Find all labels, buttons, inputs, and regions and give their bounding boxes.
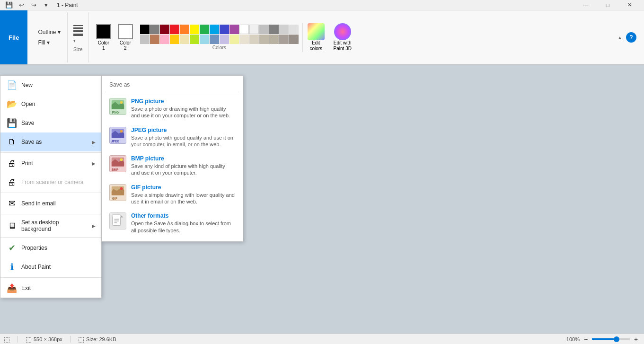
edit-paint3d-button[interactable]: Edit withPaint 3D	[329, 21, 356, 54]
title-bar-left: 💾 ↩ ↪ ▾ 1 - Paint	[4, 0, 78, 10]
minimize-button[interactable]: —	[575, 0, 597, 10]
menu-item-desktop[interactable]: 🖥 Set as desktop background ▶	[0, 215, 101, 236]
menu-item-save[interactable]: 💾 Save	[0, 114, 101, 132]
undo-icon[interactable]: ↩	[16, 0, 26, 10]
size-button[interactable]: ▾	[71, 23, 85, 45]
swatch-gray2[interactable]	[269, 25, 279, 34]
png-content: PNG picture Save a photo or drawing with…	[131, 98, 235, 119]
swatch-r2-3[interactable]	[160, 35, 169, 44]
color1-button[interactable]: Color1	[93, 23, 115, 52]
status-bar: ⬚ ⬚ 550 × 368px ⬚ Size: 29.6KB 100% − +	[0, 334, 644, 344]
saveas-icon: 🗋	[6, 136, 18, 148]
redo-icon[interactable]: ↪	[28, 0, 39, 10]
swatch-r2-7[interactable]	[200, 35, 209, 44]
zoom-slider[interactable]	[592, 338, 630, 340]
menu-item-scanner[interactable]: 🖨 From scanner or camera	[0, 173, 101, 192]
zoom-percent: 100%	[566, 336, 580, 342]
swatch-black[interactable]	[140, 25, 150, 34]
swatch-white[interactable]	[239, 25, 249, 34]
swatch-r2-16[interactable]	[289, 35, 299, 44]
swatch-r2-12[interactable]	[249, 35, 259, 44]
menu-item-properties[interactable]: ✔ Properties	[0, 238, 101, 257]
zoom-out-button[interactable]: −	[582, 335, 590, 344]
swatch-r2-8[interactable]	[210, 35, 219, 44]
save-as-bmp[interactable]: BMP BMP picture Save any kind of picture…	[106, 151, 239, 180]
menu-item-new[interactable]: 📄 New	[0, 76, 101, 95]
swatch-lightgray1[interactable]	[249, 25, 259, 34]
swatch-r2-11[interactable]	[239, 35, 249, 44]
menu-item-print[interactable]: 🖨 Print ▶	[0, 154, 101, 173]
close-button[interactable]: ✕	[618, 0, 640, 10]
print-label: Print	[21, 160, 33, 167]
selection-icon: ⬚	[4, 335, 10, 343]
outline-button[interactable]: Outline ▾	[35, 28, 63, 36]
swatch-r2-9[interactable]	[220, 35, 229, 44]
swatch-r2-4[interactable]	[170, 35, 179, 44]
swatch-r2-13[interactable]	[259, 35, 269, 44]
edit-colors-button[interactable]: Editcolors	[303, 21, 329, 54]
help-button[interactable]: ?	[626, 32, 636, 43]
swatch-red[interactable]	[170, 25, 179, 34]
save-as-other[interactable]: Other formats Open the Save As dialog bo…	[106, 209, 239, 238]
color2-preview	[118, 24, 133, 39]
swatch-lightgray2[interactable]	[279, 25, 289, 34]
edit-colors-label: Editcolors	[309, 40, 322, 52]
menu-item-open[interactable]: 📂 Open	[0, 95, 101, 114]
swatch-green[interactable]	[200, 25, 209, 34]
svg-text:BMP: BMP	[112, 168, 119, 171]
swatch-silver[interactable]	[259, 25, 269, 34]
swatch-gray[interactable]	[150, 25, 159, 34]
swatch-r2-5[interactable]	[180, 35, 189, 44]
filesize-icon: ⬚	[78, 335, 84, 343]
save-quick-icon[interactable]: 💾	[4, 0, 14, 10]
save-as-jpeg[interactable]: JPEG JPEG picture Save a photo with good…	[106, 123, 239, 152]
color2-button[interactable]: Color2	[115, 23, 136, 52]
expand-ribbon-icon[interactable]: ▲	[618, 35, 622, 40]
swatch-purple[interactable]	[229, 25, 239, 34]
swatch-yellow[interactable]	[190, 25, 199, 34]
qa-dropdown-icon[interactable]: ▾	[41, 0, 51, 10]
scanner-icon: 🖨	[6, 176, 18, 188]
maximize-button[interactable]: □	[597, 0, 618, 10]
edit-paint3d-label: Edit withPaint 3D	[334, 40, 352, 52]
swatch-r2-2[interactable]	[150, 35, 159, 44]
filesize-text: Size: 29.6KB	[86, 336, 116, 342]
swatch-blue[interactable]	[220, 25, 229, 34]
menu-item-email[interactable]: ✉ Send in email	[0, 194, 101, 213]
swatch-orange[interactable]	[180, 25, 189, 34]
separator-2	[0, 193, 101, 193]
menu-item-exit[interactable]: 📤 Exit	[0, 279, 101, 298]
gif-svg: GIF	[110, 184, 126, 201]
menu-item-saveas[interactable]: 🗋 Save as ▶	[0, 132, 101, 151]
save-as-png[interactable]: PNG PNG picture Save a photo or drawing …	[106, 94, 239, 123]
fill-button[interactable]: Fill ▾	[35, 38, 63, 47]
email-label: Send in email	[21, 200, 56, 207]
bmp-desc: Save any kind of picture with high quali…	[131, 163, 235, 176]
exit-icon: 📤	[6, 282, 18, 294]
open-icon: 📂	[6, 98, 18, 110]
swatch-lightgray3[interactable]	[289, 25, 299, 34]
zoom-in-button[interactable]: +	[632, 335, 640, 344]
menu-item-about[interactable]: ℹ About Paint	[0, 257, 101, 276]
zoom-controls: 100% − +	[566, 335, 640, 344]
svg-rect-27	[113, 215, 121, 218]
gif-desc: Save a simple drawing with lower quality…	[131, 192, 235, 205]
bmp-content: BMP picture Save any kind of picture wit…	[131, 155, 235, 176]
email-icon: ✉	[6, 198, 18, 209]
help-area: ▲ ?	[618, 32, 640, 43]
swatch-lightblue[interactable]	[210, 25, 219, 34]
save-as-gif[interactable]: GIF GIF picture Save a simple drawing wi…	[106, 180, 239, 209]
swatch-r2-6[interactable]	[190, 35, 199, 44]
jpeg-content: JPEG picture Save a photo with good qual…	[131, 127, 235, 148]
file-button[interactable]: File	[0, 10, 27, 64]
size-dropdown-arrow: ▾	[73, 38, 83, 43]
swatch-r2-10[interactable]	[229, 35, 239, 44]
separator-4	[0, 237, 101, 238]
about-icon: ℹ	[6, 261, 18, 273]
colors-grid	[140, 25, 299, 44]
swatch-r2-15[interactable]	[279, 35, 289, 44]
swatch-darkred[interactable]	[160, 25, 169, 34]
swatch-r2-1[interactable]	[140, 35, 150, 44]
png-name: PNG picture	[131, 98, 235, 105]
swatch-r2-14[interactable]	[269, 35, 279, 44]
